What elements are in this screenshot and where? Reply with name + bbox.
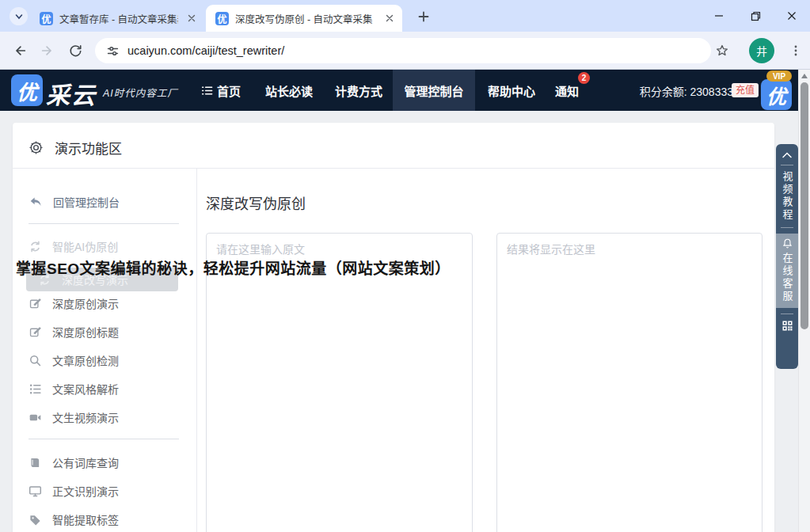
panel-title-row: 演示功能区 <box>29 138 122 158</box>
tab-close-icon[interactable] <box>184 12 198 25</box>
bell-icon <box>781 238 793 249</box>
tab-title: 文章暂存库 - 自动文章采集器-优 <box>59 11 178 26</box>
site-favicon: 优 <box>40 12 53 25</box>
vip-badge: VIP <box>766 70 792 82</box>
qr-code-icon[interactable] <box>781 320 793 332</box>
edit-icon <box>29 297 42 310</box>
back-arrow-icon <box>13 44 27 58</box>
panel-divider <box>13 168 774 169</box>
sidebar-item-ai-rewrite[interactable]: 智能AI伪原创 <box>29 238 187 255</box>
url-text[interactable]: ucaiyun.com/caiji/test_rewriter/ <box>127 44 284 57</box>
avatar-letter: 优 <box>766 81 786 109</box>
sidebar-item-label: 智能提取标签 <box>52 511 119 527</box>
sidebar-back-to-console[interactable]: 回管理控制台 <box>29 193 187 211</box>
edit-icon <box>29 325 42 339</box>
nav-label: 管理控制台 <box>404 82 463 99</box>
page-scrollbar[interactable] <box>798 70 810 532</box>
result-output[interactable] <box>496 233 762 532</box>
reply-arrow-icon <box>29 195 43 209</box>
browser-tab-1[interactable]: 优 文章暂存库 - 自动文章采集器-优 <box>30 5 204 32</box>
sidebar-item-label: 深度原创演示 <box>52 295 119 311</box>
nav-notifications[interactable]: 通知 2 <box>551 70 583 111</box>
recharge-button[interactable]: 充值 <box>732 83 759 97</box>
sidebar-item-deep-original-demo[interactable]: 深度原创演示 <box>29 294 187 312</box>
window-restore-button[interactable] <box>737 0 774 32</box>
sidebar-item-label: 正文识别演示 <box>52 483 119 499</box>
tab-search-button[interactable] <box>10 7 28 25</box>
browser-tab-2-active[interactable]: 优 深度改写伪原创 - 自动文章采集 <box>206 5 402 32</box>
sidebar-item-deep-original-title[interactable]: 深度原创标题 <box>29 323 187 340</box>
scrollbar-up-arrow[interactable] <box>801 74 808 78</box>
forward-button[interactable] <box>37 40 58 61</box>
chevron-up-icon[interactable] <box>781 151 793 159</box>
site-favicon: 优 <box>215 12 229 25</box>
nav-must-read[interactable]: 站长必读 <box>261 70 317 111</box>
sidebar-item-label: 深度原创标题 <box>52 324 119 340</box>
browser-menu-button[interactable] <box>785 40 806 61</box>
nav-home[interactable]: 首页 <box>196 70 245 111</box>
nav-label: 计费方式 <box>335 82 382 99</box>
window-close-button[interactable] <box>774 0 810 32</box>
nav-label: 通知 <box>555 82 579 99</box>
chevron-down-icon <box>14 12 24 21</box>
list-icon <box>201 85 213 97</box>
bookmark-button[interactable] <box>712 40 732 61</box>
site-logo[interactable]: 优 <box>11 74 43 106</box>
widget-divider <box>781 165 793 165</box>
online-service-label: 在线客服 <box>780 253 795 303</box>
new-tab-button[interactable] <box>413 6 433 26</box>
widget-divider <box>781 314 793 314</box>
online-service-button[interactable]: 在线客服 <box>776 234 798 308</box>
scrollbar-thumb[interactable] <box>800 82 808 329</box>
nav-help-center[interactable]: 帮助中心 <box>484 70 539 111</box>
nav-pricing[interactable]: 计费方式 <box>331 70 386 111</box>
site-logo-text: 采云 <box>46 76 97 111</box>
sidebar-item-extract-tags[interactable]: 智能提取标签 <box>29 511 187 528</box>
close-icon <box>787 11 797 21</box>
tab-title: 深度改写伪原创 - 自动文章采集 <box>235 11 376 26</box>
sidebar-item-lexicon-query[interactable]: 公有词库查询 <box>29 454 187 471</box>
tab-close-icon[interactable] <box>382 12 396 25</box>
sidebar-item-label: 文生视频演示 <box>52 409 119 425</box>
reload-button[interactable] <box>65 40 86 61</box>
address-bar[interactable]: ucaiyun.com/caiji/test_rewriter/ <box>95 38 711 63</box>
browser-profile-avatar[interactable]: 井 <box>749 38 774 63</box>
search-icon <box>29 354 42 367</box>
site-tagline: AI时代内容工厂 <box>103 85 178 100</box>
plus-icon <box>418 11 429 22</box>
sidebar-item-label: 智能AI伪原创 <box>52 238 118 254</box>
monitor-icon <box>29 484 42 498</box>
forward-arrow-icon <box>40 44 55 58</box>
three-dots-icon <box>789 44 802 57</box>
video-camera-icon <box>29 411 42 424</box>
site-settings-icon[interactable] <box>106 44 120 58</box>
sidebar-item-text-to-video[interactable]: 文生视频演示 <box>29 408 187 426</box>
star-icon <box>715 44 729 58</box>
restore-icon <box>751 11 761 21</box>
sidebar-divider <box>29 223 179 224</box>
widget-divider <box>781 227 793 228</box>
sidebar-item-body-recognition[interactable]: 正文识别演示 <box>29 482 187 500</box>
sidebar-item-originality-check[interactable]: 文章原创检测 <box>29 352 187 369</box>
points-balance: 积分余额: 2308333 <box>640 83 733 99</box>
reload-icon <box>68 44 82 58</box>
sidebar-item-label: 文案风格解析 <box>52 381 119 397</box>
window-minimize-button[interactable] <box>701 0 737 32</box>
ordered-list-icon <box>29 382 42 396</box>
nav-label: 帮助中心 <box>488 82 535 99</box>
page-title: 深度改写伪原创 <box>206 192 306 213</box>
back-button[interactable] <box>10 40 30 61</box>
sidebar-divider-vertical <box>196 169 197 532</box>
sidebar-item-style-analysis[interactable]: 文案风格解析 <box>29 380 187 397</box>
notification-badge: 2 <box>578 72 590 84</box>
nav-console-active[interactable]: 管理控制台 <box>393 70 475 111</box>
video-tutorial-button[interactable]: 视频教程 <box>780 171 795 222</box>
nav-label: 首页 <box>217 82 241 99</box>
sidebar-back-label: 回管理控制台 <box>53 194 120 210</box>
user-avatar[interactable]: 优 <box>761 79 792 110</box>
panel-title: 演示功能区 <box>55 138 122 158</box>
profile-initial: 井 <box>756 43 767 59</box>
book-icon <box>29 456 42 469</box>
sidebar-divider <box>29 439 179 439</box>
gear-icon <box>29 140 44 155</box>
